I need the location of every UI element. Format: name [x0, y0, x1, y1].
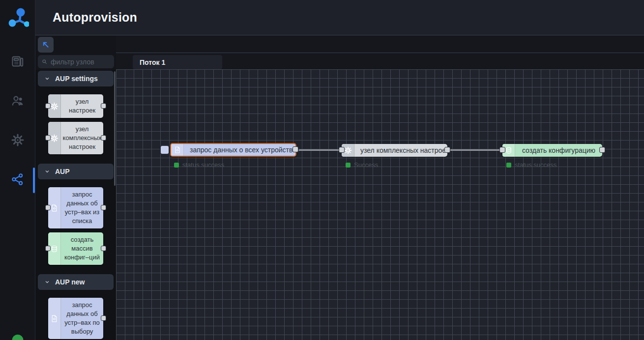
palette-section-items: запрос данных об устр–вах из списка созд…: [35, 179, 116, 274]
flow-node-status: status.success: [506, 161, 602, 169]
status-text: status.success: [182, 161, 224, 169]
palette-node-list: AUP settings узел настроек узел комплекс…: [35, 70, 116, 340]
file-code-icon: [171, 144, 184, 156]
flow-node-wrap: запрос данных о всех устройствах status.…: [170, 143, 296, 169]
output-port[interactable]: [101, 315, 106, 321]
flow-wire[interactable]: [446, 149, 504, 151]
flow-tab-bar: Поток 1: [116, 53, 644, 69]
palette-section: AUP settings узел настроек узел комплекс…: [35, 71, 116, 164]
palette-node[interactable]: узел комплексных настроек: [48, 122, 103, 154]
output-port[interactable]: [101, 103, 106, 109]
rail-item-settings[interactable]: [0, 121, 35, 161]
node-select-checkbox[interactable]: [160, 145, 170, 155]
palette-section-header[interactable]: AUP new: [38, 274, 114, 290]
rail-item-phone[interactable]: [0, 43, 35, 82]
input-port[interactable]: [45, 103, 51, 109]
rail-item-share[interactable]: [0, 161, 35, 200]
cursor-select-tool-button[interactable]: [38, 37, 54, 53]
input-port[interactable]: [45, 205, 51, 210]
palette-node-label: узел настроек: [61, 94, 103, 118]
palette-filter-row: [35, 54, 116, 70]
input-port[interactable]: [45, 246, 51, 251]
palette-toolbar: [35, 35, 116, 54]
output-port[interactable]: [599, 147, 605, 153]
palette-node[interactable]: узел настроек: [48, 94, 103, 118]
canvas-toolbar-strip: [116, 35, 644, 53]
user-status-avatar[interactable]: [12, 335, 23, 340]
palette-scrollbar[interactable]: [114, 71, 116, 186]
file-code-icon: [48, 298, 61, 339]
search-icon: [41, 58, 48, 65]
chevron-down-icon: [44, 75, 51, 82]
app-logo-icon: [6, 6, 29, 29]
share-icon: [11, 172, 25, 188]
palette-section-items: запрос данных об устр–вах по выбору: [35, 290, 116, 340]
palette-node-label: узел комплексных настроек: [61, 122, 103, 154]
flow-node-wrap: узел комплексных настроек Success: [342, 144, 447, 169]
cursor-select-icon: [41, 40, 51, 50]
input-port[interactable]: [499, 147, 505, 153]
status-dot: [174, 163, 179, 168]
output-port[interactable]: [101, 246, 106, 251]
palette-node[interactable]: запрос данных об устр–вах из списка: [48, 187, 103, 228]
palette-section-label: AUP new: [55, 278, 85, 286]
rail-nav: [0, 43, 35, 200]
palette-section-items: узел настроек узел комплексных настроек: [35, 86, 116, 164]
output-port[interactable]: [101, 205, 106, 210]
palette-section: AUP запрос данных об устр–вах из списка …: [35, 164, 116, 274]
workbench: AUP settings узел настроек узел комплекс…: [35, 35, 644, 340]
flow-node-status: Success: [346, 161, 447, 169]
palette-section-header[interactable]: AUP: [38, 164, 114, 179]
app-window: Autoprovision: [0, 0, 644, 340]
palette-node-label: создать массив конфиг–ций: [61, 232, 103, 265]
settings-icon: [11, 133, 25, 149]
flow-node-status: status.success: [174, 161, 296, 169]
flow-node-label: запрос данных о всех устройствах: [184, 144, 306, 156]
status-dot: [506, 163, 511, 168]
chevron-down-icon: [44, 279, 51, 285]
status-text: Success: [354, 161, 378, 169]
rail-item-users[interactable]: [0, 82, 35, 121]
users-icon: [11, 94, 25, 110]
chevron-down-icon: [44, 168, 51, 175]
canvas-area: Поток 1 запрос данных о всех устройствах…: [116, 35, 644, 340]
output-port[interactable]: [444, 147, 450, 153]
flow-node-label: узел комплексных настроек: [354, 144, 455, 157]
palette-node-label: запрос данных об устр–вах из списка: [61, 187, 103, 228]
page-title: Autoprovision: [35, 10, 137, 25]
node-palette: AUP settings узел настроек узел комплекс…: [35, 35, 116, 340]
flow-node-wrap: создать конфигурацию status.success: [502, 144, 602, 169]
palette-node[interactable]: создать массив конфиг–ций: [48, 232, 103, 265]
header: Autoprovision: [35, 0, 644, 35]
status-dot: [346, 163, 351, 168]
output-port[interactable]: [293, 146, 298, 152]
palette-section-label: AUP: [55, 168, 70, 175]
flow-tab[interactable]: Поток 1: [133, 55, 222, 69]
flow-node[interactable]: создать конфигурацию: [502, 144, 602, 157]
flow-node[interactable]: узел комплексных настроек: [342, 144, 447, 157]
status-text: status.success: [515, 161, 556, 169]
phone-icon: [11, 55, 25, 70]
flow-node[interactable]: запрос данных о всех устройствах: [170, 143, 296, 157]
palette-section: AUP new запрос данных об устр–вах по выб…: [35, 274, 116, 340]
flow-node-label: создать конфигурацию: [515, 144, 602, 157]
palette-node-label: запрос данных об устр–вах по выбору: [61, 298, 103, 339]
icon-rail: [0, 0, 35, 340]
input-port[interactable]: [339, 147, 345, 153]
flow-canvas[interactable]: запрос данных о всех устройствах status.…: [116, 69, 644, 340]
node-filter-input[interactable]: [38, 55, 114, 68]
palette-section-label: AUP settings: [55, 75, 98, 83]
output-port[interactable]: [101, 135, 106, 141]
palette-node[interactable]: запрос данных об устр–вах по выбору: [48, 298, 103, 339]
main-column: Autoprovision: [35, 0, 644, 340]
palette-section-header[interactable]: AUP settings: [38, 71, 114, 86]
input-port[interactable]: [45, 135, 51, 141]
